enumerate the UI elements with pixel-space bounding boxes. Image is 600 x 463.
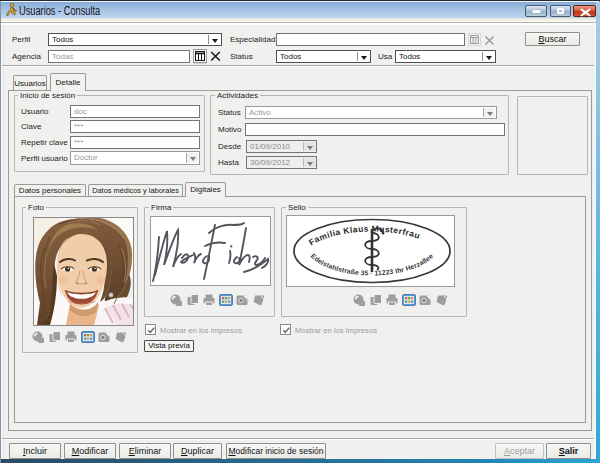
svg-text:Familia Klaus Musterfrau: Familia Klaus Musterfrau [307, 224, 422, 248]
